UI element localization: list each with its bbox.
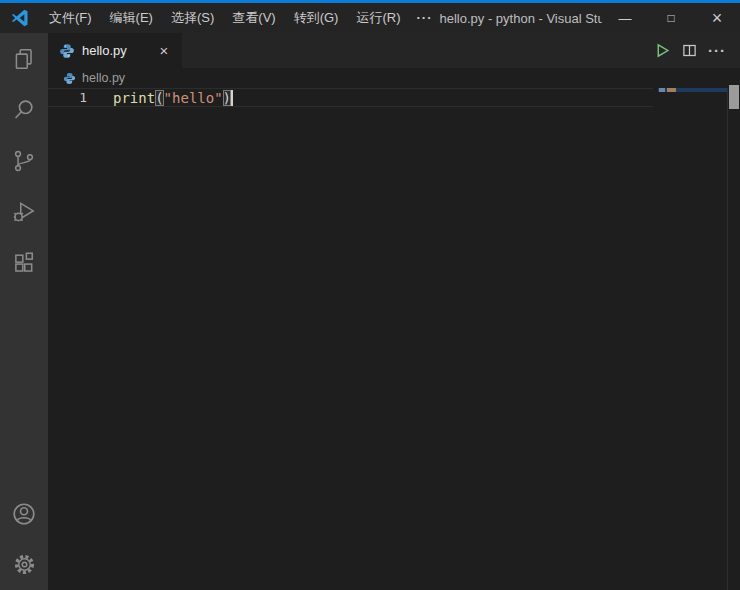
files-icon [11,46,37,72]
line-number: 1 [48,90,87,105]
split-editor-icon[interactable] [682,43,697,58]
extensions-icon [11,250,37,276]
token-close-paren: ) [223,90,231,106]
title-bar: 文件(F) 编辑(E) 选择(S) 查看(V) 转到(G) 运行(R) ··· … [0,3,740,33]
editor-actions: ··· [654,33,740,68]
sidebar-item-source-control[interactable] [0,135,48,186]
sidebar-item-search[interactable] [0,84,48,135]
sidebar-item-run-debug[interactable] [0,186,48,237]
menu-edit[interactable]: 编辑(E) [101,3,162,33]
vscode-window: 文件(F) 编辑(E) 选择(S) 查看(V) 转到(G) 运行(R) ··· … [0,0,740,590]
tab-close-icon[interactable]: × [154,41,174,61]
menu-file[interactable]: 文件(F) [40,3,101,33]
more-actions-icon[interactable]: ··· [708,43,726,58]
window-controls: — □ × [602,3,740,33]
editor-group: hello.py × ··· [48,33,740,590]
menu-run[interactable]: 运行(R) [347,3,409,33]
gear-icon [11,551,38,578]
settings-button[interactable] [0,539,48,590]
window-title: hello.py - python - Visual Stu... [439,11,602,26]
python-icon [59,43,75,59]
code-editor[interactable]: 1 print("hello") [48,88,740,590]
sidebar-item-explorer[interactable] [0,33,48,84]
maximize-button[interactable]: □ [648,3,694,35]
menu-selection[interactable]: 选择(S) [162,3,223,33]
menu-overflow-icon[interactable]: ··· [409,3,439,33]
tab-bar: hello.py × ··· [48,33,740,68]
sidebar-item-extensions[interactable] [0,237,48,288]
tab-hello-py[interactable]: hello.py × [48,33,182,68]
source-control-icon [11,148,37,174]
token-string: "hello" [164,90,223,106]
minimap[interactable] [658,88,727,590]
run-python-file-icon[interactable] [654,42,671,59]
breadcrumb-file-label: hello.py [82,71,125,85]
python-icon [63,72,76,85]
code-line: 1 print("hello") [48,88,653,107]
activity-bar [0,33,48,590]
debug-icon [11,199,37,225]
breadcrumb[interactable]: hello.py [48,68,740,88]
close-button[interactable]: × [694,3,740,33]
text-cursor [231,90,233,106]
minimap-code-speck [667,88,676,92]
minimize-button[interactable]: — [602,3,648,33]
tab-label: hello.py [82,43,127,58]
code-text: print("hello") [113,90,233,106]
token-function: print [113,90,155,106]
menu-go[interactable]: 转到(G) [285,3,348,33]
accounts-button[interactable] [0,488,48,539]
minimap-line [658,88,727,92]
scrollbar-thumb[interactable] [729,85,739,109]
vscode-logo-icon [10,8,30,28]
search-icon [11,97,37,123]
editor-scrollbar[interactable] [728,88,740,590]
menu-view[interactable]: 查看(V) [223,3,284,33]
account-icon [10,500,38,528]
menu-bar: 文件(F) 编辑(E) 选择(S) 查看(V) 转到(G) 运行(R) ··· [40,3,439,33]
token-open-paren: ( [155,90,163,106]
minimap-code-speck [659,88,665,92]
